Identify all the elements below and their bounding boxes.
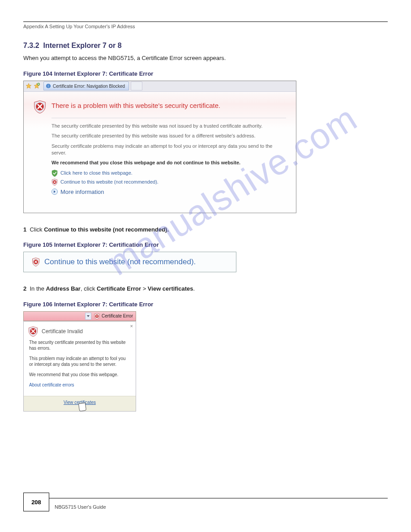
figure2-caption: Figure 105 Internet Explorer 7: Certific…	[23, 241, 388, 248]
view-certificates-link[interactable]: View certificates	[64, 400, 96, 405]
cert-error-bar-text[interactable]: Certificate Error	[102, 313, 133, 318]
more-information-link[interactable]: More information	[60, 189, 104, 195]
shield-warn-icon	[51, 179, 58, 185]
footer-divider	[49, 498, 388, 498]
ie-tab-bar: Certificate Error: Navigation Blocked	[24, 81, 296, 92]
new-tab-button[interactable]	[131, 82, 142, 90]
step2-text: 2 In the Address Bar, click Certificate …	[23, 285, 388, 293]
close-webpage-link[interactable]: Click here to close this webpage.	[60, 170, 133, 176]
cert-error-recommend: We recommend that you close this webpage…	[51, 160, 286, 165]
continue-row[interactable]: Continue to this website (not recommende…	[51, 179, 286, 185]
disclosure-icon[interactable]	[51, 189, 58, 195]
footer-guide-name: NBG5715 User's Guide	[55, 504, 106, 510]
ie-cert-error-window: Certificate Error: Navigation Blocked Th…	[23, 81, 296, 213]
popup-title: Certificate Invalid	[42, 328, 83, 335]
popup-para2: This problem may indicate an attempt to …	[29, 356, 130, 367]
svg-marker-0	[26, 83, 31, 88]
close-icon[interactable]: ×	[130, 323, 133, 329]
shield-warn-icon	[94, 313, 100, 319]
shield-warn-icon	[32, 257, 40, 266]
cert-error-para3: Security certificate problems may indica…	[51, 143, 286, 156]
cert-error-para1: The security certificate presented by th…	[51, 123, 286, 129]
section-heading: 7.3.2 Internet Explorer 7 or 8	[23, 42, 388, 50]
tab-title: Certificate Error: Navigation Blocked	[53, 84, 125, 89]
continue-link[interactable]: Continue to this website (not recommende…	[60, 179, 158, 184]
divider	[51, 118, 286, 118]
close-webpage-row[interactable]: Click here to close this webpage.	[51, 170, 286, 176]
popup-para1: The security certificate presented by th…	[29, 339, 130, 351]
cert-error-popup: Certificate Error × Certificate Invalid …	[23, 311, 136, 412]
shield-error-icon	[34, 100, 46, 113]
appendix-label: Appendix A Setting Up Your Computer's IP…	[23, 24, 135, 29]
add-favorites-icon[interactable]	[34, 83, 40, 89]
continue-link-box[interactable]: Continue to this website (not recommende…	[23, 252, 236, 272]
shield-ok-icon	[51, 170, 58, 176]
dropdown-icon[interactable]	[85, 313, 91, 320]
about-cert-errors-link[interactable]: About certificate errors	[29, 382, 74, 387]
intro-text: When you attempt to access the NBG5715, …	[23, 54, 388, 62]
cert-error-para2: The security certificate presented by th…	[51, 133, 286, 139]
step1-text: 1 Click Continue to this website (not re…	[23, 226, 388, 234]
page-number: 208	[23, 493, 49, 511]
popup-para3: We recommend that you close this webpage…	[29, 372, 130, 378]
address-bar-cert-error[interactable]: Certificate Error	[23, 311, 136, 321]
figure3-caption: Figure 106 Internet Explorer 7: Certific…	[23, 301, 388, 308]
cert-error-title: There is a problem with this website's s…	[51, 100, 220, 109]
favorites-icon[interactable]	[26, 83, 32, 89]
continue-link-text[interactable]: Continue to this website (not recommende…	[44, 257, 196, 266]
shield-error-icon	[28, 326, 38, 337]
browser-tab[interactable]: Certificate Error: Navigation Blocked	[43, 82, 129, 90]
figure1-caption: Figure 104 Internet Explorer 7: Certific…	[23, 70, 388, 77]
ie-globe-icon	[46, 83, 51, 89]
